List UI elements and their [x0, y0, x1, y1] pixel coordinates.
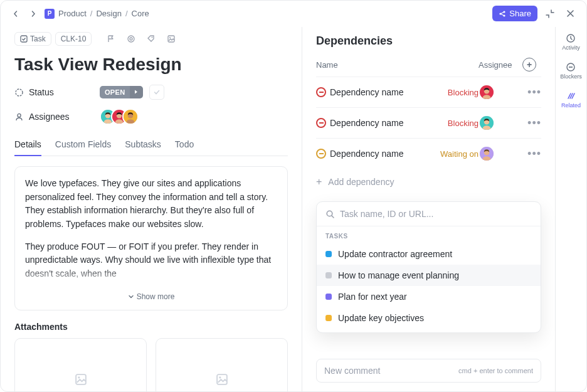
topbar: P Product / Design / Core Share — [1, 1, 586, 27]
tag-button[interactable] — [143, 31, 159, 47]
dependency-name: Dependency name — [330, 149, 434, 159]
blockers-icon — [566, 62, 576, 72]
row-more-button[interactable]: ••• — [522, 86, 541, 99]
tab-custom-fields[interactable]: Custom Fields — [55, 134, 111, 156]
task-title[interactable]: Task View Redesign — [14, 55, 288, 75]
image-icon — [215, 373, 229, 386]
avatar[interactable] — [122, 109, 139, 125]
svg-point-20 — [219, 377, 221, 379]
nav-forward-button[interactable] — [27, 8, 40, 20]
task-type-chip[interactable]: Task — [14, 32, 51, 46]
row-more-button[interactable]: ••• — [522, 147, 541, 161]
dependency-tag: Blocking — [448, 88, 479, 97]
comment-input[interactable]: New comment cmd + enter to comment — [316, 359, 541, 383]
breadcrumb-separator: / — [125, 9, 128, 18]
description-card[interactable]: We love typefaces. They give our sites a… — [14, 166, 288, 310]
sidebar-item-label: Blockers — [560, 73, 582, 80]
dependency-name: Dependency name — [330, 118, 442, 128]
col-name-label: Name — [316, 60, 479, 70]
task-search-dropdown: TASKS Update contractor agreementHow to … — [316, 201, 541, 333]
description-paragraph: We love typefaces. They give our sites a… — [25, 177, 277, 231]
svg-point-18 — [78, 377, 80, 379]
task-status-dot — [325, 251, 332, 257]
tab-subtasks[interactable]: Subtasks — [125, 134, 161, 156]
add-dependency-button[interactable]: + Add dependency — [316, 169, 541, 195]
status-field-label: Status — [14, 87, 93, 97]
status-icon — [14, 88, 24, 97]
task-id-chip[interactable]: CLK-10 — [55, 32, 92, 46]
task-status-dot — [325, 294, 332, 300]
share-button[interactable]: Share — [492, 6, 537, 21]
row-more-button[interactable]: ••• — [522, 117, 541, 130]
add-column-button[interactable]: + — [522, 58, 536, 72]
comment-placeholder: New comment — [324, 366, 380, 376]
person-icon — [14, 112, 24, 122]
attachment-placeholder[interactable] — [14, 338, 147, 391]
flag-button[interactable] — [103, 31, 119, 47]
task-option-label: Plan for next year — [338, 292, 407, 302]
task-option-label: Update key objectives — [338, 313, 424, 323]
breadcrumb-item[interactable]: Product — [58, 9, 87, 18]
activity-icon — [566, 33, 576, 43]
sidebar-item-activity[interactable]: Activity — [562, 33, 580, 51]
breadcrumb: P Product / Design / Core — [45, 9, 149, 19]
svg-point-8 — [169, 37, 171, 38]
sidebar-item-label: Activity — [562, 45, 580, 51]
dependency-row[interactable]: Dependency name Blocking ••• — [316, 107, 541, 138]
mark-complete-button[interactable] — [149, 85, 164, 100]
sidebar-item-related[interactable]: Related — [561, 91, 581, 109]
dependency-row[interactable]: Dependency name Blocking ••• — [316, 77, 541, 107]
svg-point-4 — [128, 36, 134, 42]
task-option-label: How to manage event planning — [338, 270, 459, 280]
dependency-row[interactable]: Dependency name Waiting on ••• — [316, 138, 541, 169]
breadcrumb-item[interactable]: Core — [132, 9, 149, 18]
task-option[interactable]: Plan for next year — [317, 286, 541, 307]
tabs: DetailsCustom FieldsSubtasksTodo — [14, 134, 288, 156]
attachments-heading: Attachments — [14, 322, 288, 332]
task-type-label: Task — [30, 34, 46, 43]
share-icon — [499, 10, 506, 18]
task-option-label: Update contractor agreement — [338, 249, 452, 259]
related-icon — [566, 91, 576, 101]
assignees-field-label: Assignees — [14, 112, 93, 122]
dependencies-pane: Dependencies Name Assignee + Dependency … — [302, 27, 555, 391]
attachment-placeholder[interactable] — [156, 338, 288, 391]
dependency-tag: Blocking — [448, 119, 479, 128]
dependency-status-icon — [316, 87, 326, 97]
sprint-button[interactable] — [123, 31, 139, 47]
comment-hint: cmd + enter to comment — [458, 367, 533, 374]
tab-details[interactable]: Details — [14, 134, 41, 156]
task-search-input[interactable] — [340, 209, 532, 219]
task-detail-pane: Task CLK-10 Task View Redesign Status OP… — [1, 27, 302, 391]
dependency-status-icon — [316, 118, 326, 128]
status-badge[interactable]: OPEN — [100, 86, 143, 98]
breadcrumb-separator: / — [90, 9, 93, 18]
tab-todo[interactable]: Todo — [175, 134, 194, 156]
dependency-status-icon — [316, 149, 326, 159]
task-status-dot — [325, 272, 332, 278]
task-icon — [20, 35, 28, 43]
avatar[interactable] — [479, 84, 495, 100]
svg-point-10 — [18, 114, 21, 117]
dependency-name: Dependency name — [330, 87, 442, 97]
close-button[interactable] — [563, 6, 578, 21]
image-button[interactable] — [163, 31, 179, 47]
task-option[interactable]: Update key objectives — [317, 307, 541, 329]
show-more-button[interactable]: Show more — [25, 290, 277, 305]
fade-overlay — [16, 266, 287, 291]
nav-back-button[interactable] — [9, 8, 22, 20]
breadcrumb-item[interactable]: Design — [96, 9, 121, 18]
task-option[interactable]: How to manage event planning — [317, 265, 541, 286]
avatar[interactable] — [479, 146, 495, 162]
assignee-avatars[interactable] — [100, 109, 139, 125]
image-icon — [74, 373, 88, 386]
right-sidebar: ActivityBlockersRelated — [555, 27, 586, 391]
svg-point-6 — [152, 37, 153, 38]
plus-icon: + — [316, 176, 322, 188]
task-status-dot — [325, 315, 332, 321]
task-option[interactable]: Update contractor agreement — [317, 243, 541, 265]
sidebar-item-blockers[interactable]: Blockers — [560, 62, 582, 80]
collapse-button[interactable] — [542, 6, 558, 21]
tasks-heading: TASKS — [317, 226, 541, 243]
avatar[interactable] — [479, 115, 495, 131]
